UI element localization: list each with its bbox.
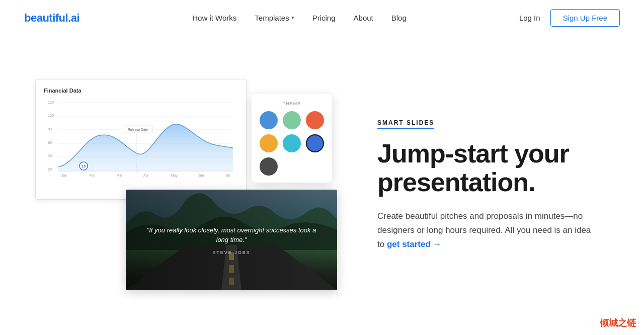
watermark: 倾城之链 [600,317,636,329]
logo[interactable]: beautiful.ai [24,12,79,25]
svg-text:Jun: Jun [199,174,204,177]
svg-text:Jul: Jul [225,174,230,177]
svg-text:Feb: Feb [90,174,96,177]
svg-text:120: 120 [48,101,54,104]
svg-text:10: 10 [82,164,86,168]
hero-heading: Jump-start your presentation. [377,139,599,197]
signup-button[interactable]: Sign Up Free [550,9,620,27]
get-started-link[interactable]: get started → [387,239,442,249]
theme-dot-green[interactable] [283,111,301,129]
chart-area: 120 100 80 60 40 20 [44,98,238,178]
quote-main-text: "If you really look closely, most overni… [141,225,322,245]
nav-pricing[interactable]: Pricing [312,14,336,22]
nav-about[interactable]: About [354,14,373,22]
login-link[interactable]: Log In [519,14,540,22]
svg-text:Jan: Jan [61,174,67,177]
hero-body: Create beautiful pitches and proposals i… [377,209,599,252]
theme-dot-orange[interactable] [306,111,324,129]
svg-text:Apr: Apr [143,174,149,178]
svg-text:100: 100 [48,114,54,117]
svg-text:80: 80 [48,127,52,131]
hero-text: SMART SLIDES Jump-start your presentatio… [377,118,599,252]
quote-text-block: "If you really look closely, most overni… [126,190,337,290]
theme-dot-indigo[interactable] [306,134,324,152]
hero-section: Financial Data 120 100 80 60 40 20 [0,36,644,333]
logo-dot-ai: .ai [68,12,79,24]
hero-eyebrow: SMART SLIDES [377,119,434,129]
mockup-area: Financial Data 120 100 80 60 40 20 [35,79,337,290]
nav-links: How it Works Templates ▾ Pricing About B… [192,14,407,22]
svg-text:Mar: Mar [117,174,123,177]
nav-blog[interactable]: Blog [391,14,407,22]
nav-actions: Log In Sign Up Free [519,9,620,27]
nav-how-it-works[interactable]: How it Works [192,14,236,22]
chart-slide: Financial Data 120 100 80 60 40 20 [35,79,247,200]
svg-text:Release Date: Release Date [128,128,148,131]
chevron-down-icon: ▾ [291,15,294,21]
chart-svg: 120 100 80 60 40 20 [44,98,238,178]
svg-text:20: 20 [48,168,52,171]
theme-label: THEME [283,101,301,106]
svg-text:May: May [171,174,178,178]
svg-text:40: 40 [48,154,52,157]
theme-dot-blue[interactable] [260,111,278,129]
theme-dot-teal[interactable] [283,134,301,152]
quote-author: STEVE JOBS [212,250,251,255]
logo-text-part1: beautiful [24,12,68,24]
theme-dot-dark[interactable] [260,157,278,176]
svg-text:60: 60 [48,141,52,144]
nav-templates[interactable]: Templates ▾ [255,14,294,22]
theme-picker: THEME [252,94,332,183]
navbar: beautiful.ai How it Works Templates ▾ Pr… [0,0,644,36]
chart-title: Financial Data [44,88,238,94]
theme-dots [260,111,324,176]
theme-dot-yellow[interactable] [260,134,278,152]
quote-slide: "If you really look closely, most overni… [126,190,337,290]
